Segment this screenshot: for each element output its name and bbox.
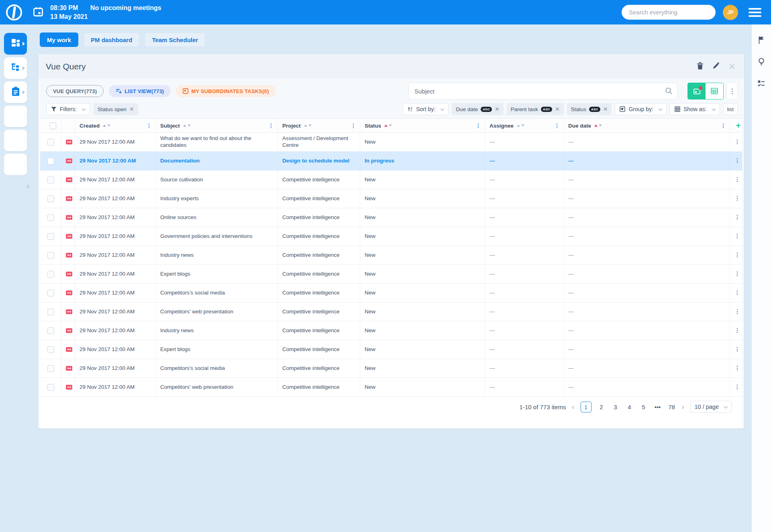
sidebar-item-tasks[interactable] — [4, 81, 27, 103]
subject-cell[interactable]: Competitors's social media — [160, 290, 225, 296]
table-row[interactable]: 29 Nov 2017 12:00 AM Expert blogs Compet… — [40, 265, 742, 284]
subject-cell[interactable]: Documentation — [160, 158, 200, 164]
column-header-created[interactable]: Created ⋮ — [75, 119, 156, 132]
view-button-my-subordinates-tasks[interactable]: MY SUBORDINATES TASKS(0) — [176, 85, 275, 97]
row-checkbox[interactable] — [47, 139, 54, 146]
table-row[interactable]: 29 Nov 2017 12:00 AM Documentation Desig… — [40, 152, 742, 171]
row-checkbox[interactable] — [47, 233, 54, 240]
subject-cell[interactable]: Expert blogs — [160, 346, 190, 353]
page-number[interactable]: 3 — [612, 404, 620, 410]
project-cell[interactable]: Design to schedule model — [282, 158, 349, 164]
column-header-assignee[interactable]: Assignee ⋮ — [485, 119, 564, 132]
column-menu-icon[interactable]: ⋮ — [475, 122, 485, 129]
subject-cell[interactable]: Competitors' web presentation — [160, 384, 233, 391]
view-button-list-view[interactable]: LIST VIEW(773) — [109, 85, 171, 97]
sort-chip[interactable]: Parent task ASC ✕ — [507, 103, 564, 115]
row-checkbox[interactable] — [47, 327, 54, 334]
tab-team-scheduler[interactable]: Team Scheduler — [145, 32, 205, 47]
page-number[interactable]: 4 — [626, 404, 634, 410]
row-menu-icon[interactable]: ⋮ — [734, 157, 740, 164]
page-number[interactable]: 1 — [581, 402, 592, 412]
project-cell[interactable]: Competitive intelligence — [282, 233, 340, 240]
sidebar-item-empty[interactable] — [4, 130, 27, 151]
subject-cell[interactable]: Expert blogs — [160, 271, 190, 278]
row-menu-icon[interactable]: ⋮ — [734, 195, 740, 202]
row-menu-icon[interactable]: ⋮ — [734, 289, 740, 296]
row-checkbox[interactable] — [47, 346, 54, 353]
list-mode-button[interactable]: list — [723, 103, 738, 115]
delete-view-icon[interactable] — [697, 62, 704, 71]
edit-view-icon[interactable] — [712, 62, 720, 71]
row-checkbox[interactable] — [47, 158, 54, 164]
row-checkbox[interactable] — [47, 214, 54, 221]
sort-by-dropdown[interactable]: Sort by: — [403, 103, 449, 115]
project-cell[interactable]: Competitive intelligence — [282, 177, 340, 183]
sort-chip[interactable]: Due date ASC ✕ — [452, 103, 503, 115]
row-menu-icon[interactable]: ⋮ — [734, 308, 740, 315]
table-row[interactable]: 29 Nov 2017 12:00 AM Source cultivation … — [40, 171, 742, 189]
subject-search-input[interactable] — [408, 83, 677, 99]
select-all-checkbox[interactable] — [49, 122, 56, 129]
toolbar-more-icon[interactable]: ⋮ — [726, 83, 738, 99]
show-as-dropdown[interactable]: Show as: — [670, 103, 720, 115]
row-checkbox[interactable] — [47, 177, 54, 183]
project-cell[interactable]: Competitive intelligence — [282, 290, 340, 296]
column-header-status[interactable]: Status ⋮ — [360, 119, 485, 132]
column-header-project[interactable]: Project ⋮ — [278, 119, 360, 132]
page-number[interactable]: ••• — [654, 404, 662, 410]
page-number[interactable]: 2 — [598, 404, 606, 410]
user-avatar[interactable]: JP — [723, 5, 738, 20]
sort-chip[interactable]: Status ASC ✕ — [567, 103, 612, 115]
sort-arrows[interactable] — [103, 124, 110, 127]
row-menu-icon[interactable]: ⋮ — [734, 214, 740, 221]
column-menu-icon[interactable]: ⋮ — [351, 122, 360, 129]
row-menu-icon[interactable]: ⋮ — [734, 176, 740, 183]
row-checkbox[interactable] — [47, 271, 54, 278]
project-cell[interactable]: Competitive intelligence — [282, 327, 340, 334]
table-row[interactable]: 29 Nov 2017 12:00 AM Expert blogs Compet… — [40, 340, 742, 359]
subject-cell[interactable]: Competitors's social media — [160, 365, 225, 372]
column-header-due-date[interactable]: Due date ⋮ — [564, 119, 730, 132]
lightbulb-icon[interactable] — [757, 57, 766, 66]
column-header-subject[interactable]: Subject ⋮ — [156, 119, 278, 132]
column-menu-icon[interactable]: ⋮ — [146, 122, 155, 129]
subject-cell[interactable]: Government policies and interventions — [160, 233, 253, 240]
sidebar-item-empty[interactable] — [4, 154, 27, 175]
row-checkbox[interactable] — [47, 309, 54, 315]
board-view-button[interactable] — [688, 83, 706, 99]
remove-filter-icon[interactable]: ✕ — [129, 106, 134, 112]
next-page-icon[interactable]: › — [682, 403, 684, 411]
global-search-input[interactable] — [622, 5, 716, 20]
project-cell[interactable]: Competitive intelligence — [282, 346, 340, 353]
flag-icon[interactable] — [757, 36, 766, 45]
column-menu-icon[interactable]: ⋮ — [268, 122, 277, 129]
subject-cell[interactable]: Competitors' web presentation — [160, 309, 233, 315]
subject-cell[interactable]: Online sources — [160, 214, 196, 221]
table-row[interactable]: 29 Nov 2017 12:00 AM Government policies… — [40, 227, 742, 246]
filter-chip-status-open[interactable]: Status open ✕ — [94, 103, 138, 115]
sidebar-item-projects[interactable] — [4, 57, 27, 79]
row-menu-icon[interactable]: ⋮ — [734, 138, 740, 146]
tab-my-work[interactable]: My work — [40, 32, 78, 47]
row-menu-icon[interactable]: ⋮ — [734, 384, 740, 391]
row-menu-icon[interactable]: ⋮ — [734, 365, 740, 372]
row-menu-icon[interactable]: ⋮ — [734, 270, 740, 278]
table-row[interactable]: 29 Nov 2017 12:00 AM What do we want to … — [40, 133, 742, 152]
table-row[interactable]: 29 Nov 2017 12:00 AM Competitors' web pr… — [40, 303, 742, 321]
row-menu-icon[interactable]: ⋮ — [734, 327, 740, 334]
hamburger-menu-icon[interactable] — [749, 8, 761, 17]
table-row[interactable]: 29 Nov 2017 12:00 AM Industry experts Co… — [40, 189, 742, 208]
project-cell[interactable]: Competitive intelligence — [282, 384, 340, 391]
checklist-icon[interactable] — [757, 79, 766, 88]
sort-arrows[interactable] — [517, 124, 524, 127]
table-view-button[interactable] — [706, 83, 723, 99]
remove-sort-icon[interactable]: ✕ — [603, 106, 608, 112]
row-menu-icon[interactable]: ⋮ — [734, 346, 740, 353]
sort-arrows[interactable] — [594, 124, 602, 127]
subject-cell[interactable]: Industry news — [160, 252, 194, 259]
row-menu-icon[interactable]: ⋮ — [734, 233, 740, 240]
sidebar-item-empty[interactable] — [4, 106, 27, 127]
subject-cell[interactable]: Industry experts — [160, 195, 199, 202]
table-row[interactable]: 29 Nov 2017 12:00 AM Industry news Compe… — [40, 246, 742, 265]
subject-cell[interactable]: Source cultivation — [160, 177, 203, 183]
